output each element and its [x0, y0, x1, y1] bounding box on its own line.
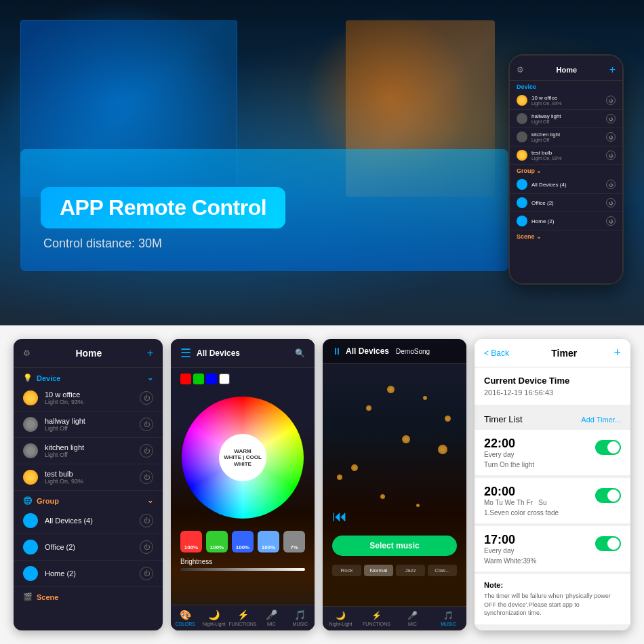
phone-group-item-3[interactable]: Home (2) ⏻ [510, 212, 622, 230]
sc3-nav-mic[interactable]: 🎤 MIC [395, 611, 430, 626]
sc1-header: ⚙ Home + [14, 339, 163, 368]
sc2-nav-mic[interactable]: 🎤 MIC [257, 609, 285, 626]
sc4-timer-3-top: 17:00 Every day [484, 533, 621, 555]
particle-3 [423, 396, 427, 400]
phone-item-name-4: test bulb [531, 150, 606, 156]
sc4-timer-1-toggle[interactable] [595, 440, 621, 455]
sc2-nav-nightlight[interactable]: 🌙 Night-Light [199, 609, 228, 626]
brightness-label: Brightness [180, 558, 305, 565]
sc4-timer-3-toggle[interactable] [595, 536, 621, 551]
sc2-rgb-dots [171, 368, 315, 390]
phone-device-section: Device [510, 81, 622, 92]
sc3-tab-jazz[interactable]: Jazz [396, 565, 425, 576]
sc1-item-text-2: hallway light Light Off [45, 417, 140, 432]
sc2-nav-music[interactable]: 🎵 MUSIC [286, 609, 315, 626]
app-title-overlay: APP Remote Control Control distance: 30M [41, 187, 285, 251]
phone-device-item-2[interactable]: hallway light Light Off ⏻ [510, 110, 622, 128]
phone-device-item-3[interactable]: kitchen light Light Off ⏻ [510, 128, 622, 146]
sc1-group-1[interactable]: All Devices (4) ⏻ [14, 508, 163, 534]
sc2-nav-functions[interactable]: ⚡ FUNCTIONS [228, 609, 257, 626]
sc1-group-name-1: All Devices (4) [45, 517, 140, 525]
screenshot-device-list: ⚙ Home + 💡 Device ⌄ 10 w office Light On… [14, 339, 163, 630]
sc1-device-3[interactable]: kitchen light Light Off ⏻ [14, 438, 163, 464]
sc4-device-time: Current Device Time 2016-12-19 16:56:43 [475, 367, 630, 405]
sc3-tab-rock[interactable]: Rock [332, 565, 361, 576]
sc1-item-name-2: hallway light [45, 417, 140, 425]
phone-group-power-3[interactable]: ⏻ [606, 216, 616, 226]
sc1-device-2[interactable]: hallway light Light Off ⏻ [14, 411, 163, 438]
sc1-device-4[interactable]: test bulb Light On, 93% ⏻ [14, 464, 163, 491]
color-bar-label-g: 100% [210, 544, 224, 550]
sc4-plus-button[interactable]: + [613, 346, 621, 360]
color-bar-b[interactable]: 100% [232, 531, 254, 552]
sc1-group-2[interactable]: Office (2) ⏻ [14, 534, 163, 561]
sc3-nav-functions[interactable]: ⚡ FUNCTIONS [359, 611, 395, 626]
phone-power-1[interactable]: ⏻ [606, 96, 616, 105]
sc3-tab-normal[interactable]: Normal [364, 565, 393, 576]
sc4-timer-2-top: 20:00 Mo Tu We Th Fr Su [484, 485, 621, 506]
phone-group-power-1[interactable]: ⏻ [606, 180, 616, 189]
sc2-search-icon[interactable]: 🔍 [295, 348, 305, 358]
phone-bulb-on-1 [517, 95, 527, 106]
sc1-group-power-1[interactable]: ⏻ [140, 514, 153, 527]
phone-item-text-3: kitchen light Light Off [531, 132, 606, 142]
sc3-back-btn[interactable]: ⏮ [332, 508, 347, 525]
phone-group-item-2[interactable]: Office (2) ⏻ [510, 194, 622, 212]
sc1-item-name-1: 10 w office [45, 390, 140, 399]
rgb-dot-g[interactable] [193, 374, 204, 384]
sc3-nightlight-icon: 🌙 [336, 611, 346, 620]
sc1-bulb-4 [23, 470, 38, 485]
brightness-bar[interactable] [180, 568, 305, 571]
sc4-timer-2: 20:00 Mo Tu We Th Fr Su 1.Seven color cr… [475, 478, 630, 523]
phone-group-text-2: Office (2) [531, 200, 606, 206]
sc1-power-4[interactable]: ⏻ [140, 470, 153, 484]
color-bar-cw[interactable]: 100% [258, 531, 279, 552]
sc4-timer-2-toggle[interactable] [595, 488, 621, 503]
sc1-power-1[interactable]: ⏻ [140, 391, 153, 405]
phone-power-4[interactable]: ⏻ [606, 150, 616, 160]
particle-1 [366, 405, 371, 411]
sc3-pause-icon[interactable]: ⏸ [332, 346, 342, 357]
particle-6 [380, 494, 385, 499]
phone-device-item-4[interactable]: test bulb Light On, 93% ⏻ [510, 146, 622, 165]
color-wheel[interactable]: WARMWHITE | COOLWHITE [182, 397, 304, 519]
phone-group-item-1[interactable]: All Devices (4) ⏻ [510, 176, 622, 194]
phone-device-item-1[interactable]: 10 w office Light On, 93% ⏻ [510, 92, 622, 110]
sc1-power-3[interactable]: ⏻ [140, 444, 153, 458]
sc4-add-timer-button[interactable]: Add Timer... [581, 416, 621, 424]
sc3-title: All Devices [346, 346, 389, 356]
sc1-device-1[interactable]: 10 w office Light On, 93% ⏻ [14, 385, 163, 411]
phone-plus-icon[interactable]: + [609, 64, 616, 76]
sc2-list-icon: ☰ [180, 346, 191, 361]
sc1-group-power-3[interactable]: ⏻ [140, 567, 153, 580]
rgb-dot-b[interactable] [206, 374, 217, 384]
sc3-nav-nightlight[interactable]: 🌙 Night-Light [323, 611, 359, 626]
sc1-gear-icon[interactable]: ⚙ [23, 348, 31, 358]
sc4-back-button[interactable]: < Back [484, 348, 509, 358]
phone-mockup: ⚙ Home + Device 10 w office Light On, 93… [508, 54, 624, 285]
sc4-timer-1-time: 22:00 [484, 437, 515, 451]
sc3-tab-classic[interactable]: Clas... [428, 565, 457, 576]
color-bar-g[interactable]: 100% [206, 531, 228, 552]
sc2-nav-colors[interactable]: 🎨 COLORS [171, 609, 199, 626]
sc3-nav-music[interactable]: 🎵 MUSIC [430, 611, 466, 626]
sc1-item-name-4: test bulb [45, 470, 140, 478]
particle-8 [416, 504, 420, 507]
color-bar-r[interactable]: 100% [180, 531, 202, 552]
rgb-dot-r[interactable] [180, 374, 191, 384]
screenshot-music: ⏸ All Devices DemoSong ⏮ Select music Ro… [323, 339, 466, 630]
app-title: APP Remote Control [60, 195, 266, 220]
sc1-group-power-2[interactable]: ⏻ [140, 540, 153, 554]
sc1-plus-icon[interactable]: + [147, 347, 153, 359]
color-bar-ww[interactable]: 7% [283, 531, 305, 552]
sc1-group-chevron: ⌄ [147, 496, 153, 505]
nightlight-icon: 🌙 [208, 609, 220, 620]
phone-power-2[interactable]: ⏻ [606, 114, 616, 123]
phone-power-3[interactable]: ⏻ [606, 132, 616, 142]
sc3-select-music-btn[interactable]: Select music [332, 536, 457, 556]
sc2-nav-label-colors: COLORS [175, 622, 195, 626]
phone-group-power-2[interactable]: ⏻ [606, 198, 616, 207]
sc1-group-3[interactable]: Home (2) ⏻ [14, 561, 163, 587]
rgb-dot-w[interactable] [219, 374, 230, 384]
sc1-power-2[interactable]: ⏻ [140, 418, 153, 431]
